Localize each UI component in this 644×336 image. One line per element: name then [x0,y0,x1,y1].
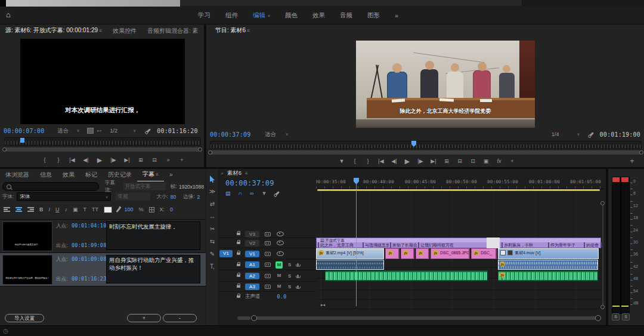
slip-tool[interactable]: ⇆ [206,236,218,247]
timeline-playhead-line[interactable] [356,184,357,306]
video-clip-素材4.mov [V][interactable]: 素材4.mov [V] [498,248,599,259]
timeline-vscrollbar[interactable] [602,202,603,309]
italic-button[interactable]: I [49,205,51,214]
program-scrubber[interactable] [210,141,642,149]
timeline-hscrollbar[interactable] [253,316,600,320]
sync-lock-icon[interactable] [265,285,271,289]
source-fit-select[interactable]: 适合 [57,127,68,135]
tab-效果[interactable]: 效果 [57,169,80,181]
x-value[interactable]: 0 [170,205,173,214]
tab-体浏览器[interactable]: 体浏览器 [0,169,35,181]
color-swatch[interactable] [104,206,112,213]
work-area-bar[interactable] [317,189,600,191]
mark-in-button[interactable]: { [42,155,48,165]
workspace-menu-图形[interactable]: 图形 [367,11,380,20]
tab-音频剪辑混合器: 素[interactable]: 音频剪辑混合器: 素 [142,25,204,37]
caption-text-box[interactable]: 时刻不忘时代发展主旋律， [106,221,200,250]
tab-节目: 素材6[interactable]: 节目: 素材6 ≡ [210,24,255,38]
video-clip[interactable]: fx [416,248,429,259]
timeline-vscroll-handle-bottom[interactable] [600,305,605,309]
type-tool[interactable]: T, [206,261,218,272]
insert-button[interactable]: ⊞ [138,155,144,165]
program-add-button[interactable]: + [627,155,637,167]
audio-clip-a1[interactable]: fx [498,260,598,270]
solo-button-A3[interactable]: S [288,284,291,289]
caption-font-select[interactable]: 宋体 ∨ [17,192,111,201]
audio-clip-a2[interactable]: fx [498,270,598,281]
master-keyframe-nav-icon[interactable]: ▸◂ [321,303,325,307]
position-grid-icon[interactable] [149,207,154,212]
track-header-V3[interactable]: V3 [218,230,316,238]
solo-button-A2[interactable]: S [288,273,291,279]
sync-lock-icon[interactable] [265,241,271,245]
track-select-tool[interactable]: ≫ [206,186,218,197]
x-label[interactable]: X: [160,205,165,214]
source-video[interactable]: 对本次调研结果进行汇报， [20,39,185,124]
add-button[interactable]: + [179,155,185,165]
source-scrubber[interactable] [4,137,201,146]
play-button[interactable]: ▶ [404,156,410,166]
mark-out-button[interactable]: } [55,155,61,165]
overwrite-button[interactable]: ⊟ [151,155,157,165]
source-scrollbar-handle-left[interactable] [2,147,7,152]
pen-tool[interactable]: ✎ [206,249,218,260]
go-to-in-button[interactable]: |◀ [69,155,75,165]
mute-button-A2[interactable]: M [275,272,283,279]
panel-menu-icon[interactable]: ≡ [246,28,250,33]
caption-edge-value[interactable]: 2 [197,194,200,200]
source-patch-V1[interactable]: V1 [219,250,233,257]
rolling-edit-tool[interactable]: ↔ [206,211,218,222]
text-small-icon[interactable]: T [83,205,87,214]
workspace-menu-学习[interactable]: 学习 [198,11,210,20]
step-back-button[interactable]: ◀| [391,156,397,166]
timeline-track-area[interactable]: 00:00:35:0000:00:40:0000:00:45:0000:00:5… [316,177,603,320]
track-target-V2[interactable]: V2 [245,240,259,246]
tab-标记[interactable]: 标记 [80,169,103,181]
source-timecode[interactable]: 00:00:07:00 [4,128,44,134]
workspace-menu-音频[interactable]: 音频 [340,11,352,20]
timeline-hscroll-handle-left[interactable] [251,315,257,321]
play-button[interactable]: ▶ [97,155,103,165]
drag-video-icon[interactable] [87,128,94,134]
lock-icon[interactable] [237,233,240,235]
step-forward-button[interactable]: |▶ [417,156,423,166]
caption-search-input[interactable] [2,182,99,191]
track-output-eye-icon[interactable] [277,241,284,245]
clip-indicator-left[interactable] [612,177,620,182]
fx-button[interactable]: fx [496,156,502,166]
video-clip-素材2.mp4 [V] [50%][interactable]: fx素材2.mp4 [V] [50%] [316,248,384,259]
caption-segment[interactable]: 推动了长期合 [390,242,417,248]
track-target-A3[interactable]: A3 [245,283,259,290]
clip-indicator-right[interactable] [621,177,628,182]
track-header-master[interactable]: 主声道0.0 [218,292,316,301]
lock-icon[interactable] [237,295,240,298]
caption-segment[interactable]: 与琉璃镇五里 [363,242,389,248]
import-settings-button[interactable]: 导入设置 [5,314,44,322]
panel-menu-icon[interactable]: ≡ [98,28,102,33]
mic-icon[interactable] [297,285,299,288]
program-resolution-select[interactable]: 1/4 [552,131,559,137]
track-header-V2[interactable]: V2 [218,238,316,248]
program-video[interactable]: 除此之外，北京工商大学经济学院党委 [356,41,535,128]
program-settings-wrench-icon[interactable] [589,132,593,137]
tab-字幕[interactable]: 字幕 ≡ [137,168,164,181]
panel-menu-icon[interactable]: ≡ [154,172,159,177]
master-volume-value[interactable]: 0.0 [277,294,287,300]
opacity-value[interactable]: 100 [125,205,134,214]
track-output-eye-icon[interactable] [277,251,284,256]
program-scrollbar-handle-right[interactable] [639,150,643,155]
tab-源: 素材6: 开放式字幕: 00:00:01:29[interactable]: 源: 素材6: 开放式字幕: 00:00:01:29 ≡ [0,24,107,38]
caption-thumbnail[interactable]: 用自身实际行动助力产业兴盛，推动乡村振兴！ [2,255,52,285]
caption-segment[interactable]: 的使命 [584,242,599,248]
workspace-menu-»[interactable]: » [395,12,398,19]
caption-clip-title[interactable]: ▦ 开放式字幕 [316,238,601,242]
track-target-V1[interactable]: V1 [245,251,259,257]
tab-效果控件[interactable]: 效果控件 [107,25,142,37]
workspace-menu-效果[interactable]: 效果 [312,11,325,20]
source-settings-wrench-icon[interactable] [146,128,151,133]
in-point-value[interactable]: 00:01:09:08 [72,256,107,262]
mic-icon[interactable] [297,263,299,266]
ripple-edit-tool[interactable]: ⇄ [206,199,218,209]
source-scrollbar[interactable] [4,147,200,152]
caption-size-value[interactable]: 80 [171,194,176,200]
